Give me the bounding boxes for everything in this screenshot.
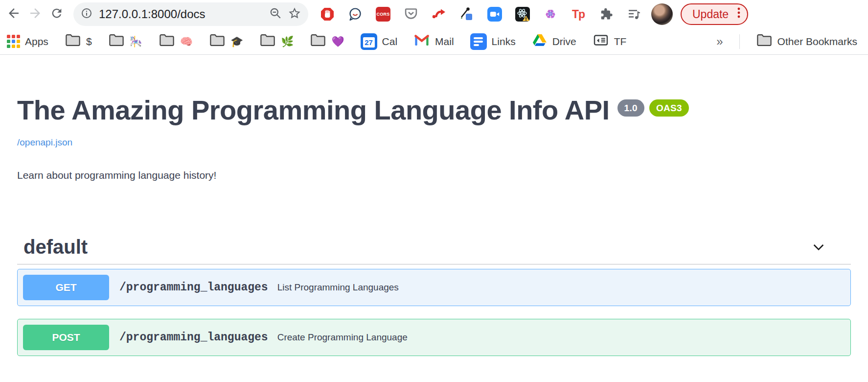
bookmark-folder-graduation[interactable]: 🎓: [209, 33, 243, 50]
bookmark-label: Drive: [552, 36, 576, 48]
extensions-row: CORS ♻ Tp: [320, 7, 641, 22]
bookmark-label: Cal: [382, 36, 398, 48]
bookmark-star-icon[interactable]: [288, 7, 301, 22]
forward-icon: [28, 6, 43, 23]
collapse-chevron-icon[interactable]: [811, 239, 826, 255]
bookmark-links[interactable]: Links: [470, 33, 516, 50]
puzzle-extensions-menu-icon[interactable]: [599, 7, 614, 22]
bookmark-drive[interactable]: Drive: [532, 33, 576, 50]
bookmark-label: $: [86, 36, 92, 48]
operation-summary: Create Programming Language: [277, 332, 408, 343]
bookmark-apps[interactable]: Apps: [7, 35, 48, 48]
forward-button[interactable]: [24, 3, 46, 25]
post-method-button[interactable]: POST: [23, 325, 109, 350]
browser-menu-dots-icon[interactable]: [736, 5, 741, 23]
operation-path: /programming_languages: [119, 331, 268, 344]
cors-extension-icon[interactable]: CORS: [376, 7, 390, 22]
api-title: The Amazing Programming Language Info AP…: [17, 95, 610, 125]
bookmark-tf[interactable]: TF: [593, 33, 627, 50]
browser-toolbar: 127.0.0.1:8000/docs CORS: [0, 0, 868, 28]
folder-icon: [259, 33, 276, 50]
bookmark-folder-herb[interactable]: 🌿: [259, 33, 294, 50]
page-info-icon[interactable]: [81, 7, 92, 21]
folder-icon: [756, 33, 773, 50]
api-badges: 1.0 OAS3: [617, 99, 689, 117]
bookmark-label: 🎓: [230, 36, 243, 48]
red-arrow-extension-icon[interactable]: [432, 7, 446, 22]
swagger-page: The Amazing Programming Language Info AP…: [0, 55, 868, 356]
profile-avatar[interactable]: [651, 3, 673, 25]
bookmark-label: TF: [614, 36, 627, 48]
links-icon: [470, 33, 487, 50]
react-devtools-extension-icon[interactable]: [515, 7, 530, 22]
gmail-icon: [413, 33, 430, 50]
back-icon: [6, 6, 21, 23]
update-label: Update: [692, 8, 729, 21]
recycle-extension-icon[interactable]: ♻: [543, 7, 558, 22]
chat-bubble-extension-icon[interactable]: [348, 7, 363, 22]
bookmark-label: 💜: [331, 36, 344, 48]
zoom-out-icon[interactable]: [269, 7, 282, 22]
url-text[interactable]: 127.0.0.1:8000/docs: [99, 7, 263, 21]
reload-icon: [50, 6, 64, 22]
update-button[interactable]: Update: [681, 3, 748, 25]
pocket-extension-icon[interactable]: [404, 7, 418, 22]
api-description: Learn about programming language history…: [17, 169, 851, 181]
adblock-extension-icon[interactable]: [320, 7, 335, 22]
folder-icon: [310, 33, 326, 50]
tp-extension-icon[interactable]: Tp: [571, 7, 586, 22]
other-bookmarks[interactable]: Other Bookmarks: [756, 33, 857, 50]
bookmark-label: 🧠: [180, 36, 193, 48]
reload-button[interactable]: [46, 3, 68, 25]
url-bar[interactable]: 127.0.0.1:8000/docs: [73, 2, 308, 26]
folder-icon: [108, 33, 125, 50]
bookmark-label: 🌿: [281, 36, 294, 48]
tag-name: default: [23, 236, 88, 258]
zoom-extension-icon[interactable]: [487, 7, 502, 22]
back-button[interactable]: [3, 3, 24, 25]
apps-grid-icon: [7, 35, 20, 48]
folder-icon: [65, 33, 81, 50]
bookmark-folder-brain[interactable]: 🧠: [159, 33, 193, 50]
get-method-button[interactable]: GET: [23, 275, 109, 300]
operation-summary: List Programming Languages: [277, 282, 399, 293]
operation-get-programming-languages[interactable]: GET /programming_languages List Programm…: [17, 269, 851, 306]
api-title-row: The Amazing Programming Language Info AP…: [17, 95, 851, 125]
bookmark-folder-carousel[interactable]: 🎠: [108, 33, 142, 50]
bookmark-folder-dollar[interactable]: $: [65, 33, 92, 50]
operation-post-programming-languages[interactable]: POST /programming_languages Create Progr…: [17, 319, 851, 356]
media-queue-icon[interactable]: [627, 7, 641, 22]
folder-icon: [159, 33, 175, 50]
api-info: The Amazing Programming Language Info AP…: [17, 55, 851, 181]
google-drive-icon: [532, 33, 548, 50]
openapi-json-link[interactable]: /openapi.json: [17, 137, 72, 148]
bookmark-folder-heart[interactable]: 💜: [310, 33, 344, 50]
eyedropper-extension-icon[interactable]: [459, 7, 474, 22]
bookmark-label: Mail: [435, 36, 454, 48]
bookmarks-overflow-chevron[interactable]: »: [716, 35, 723, 48]
other-bookmarks-label: Other Bookmarks: [777, 36, 857, 48]
oas3-badge: OAS3: [649, 99, 689, 117]
bookmark-calendar[interactable]: 27 Cal: [361, 33, 398, 50]
folder-icon: [209, 33, 226, 50]
card-speaker-icon: [593, 33, 609, 50]
tag-header[interactable]: default: [17, 236, 851, 264]
bookmark-label: Apps: [25, 36, 48, 48]
google-calendar-icon: 27: [361, 33, 377, 50]
operation-path: /programming_languages: [119, 281, 268, 294]
browser-chrome: 127.0.0.1:8000/docs CORS: [0, 0, 868, 55]
version-badge: 1.0: [617, 99, 644, 117]
bookmark-label: 🎠: [130, 36, 142, 48]
bookmarks-bar: Apps $ 🎠 🧠 🎓 🌿 💜 27 Cal: [0, 28, 868, 55]
bookmark-label: Links: [492, 36, 516, 48]
tag-section-default: default GET /programming_languages List …: [17, 236, 851, 356]
bookmark-mail[interactable]: Mail: [413, 33, 454, 50]
bookmarks-divider: [739, 34, 740, 49]
